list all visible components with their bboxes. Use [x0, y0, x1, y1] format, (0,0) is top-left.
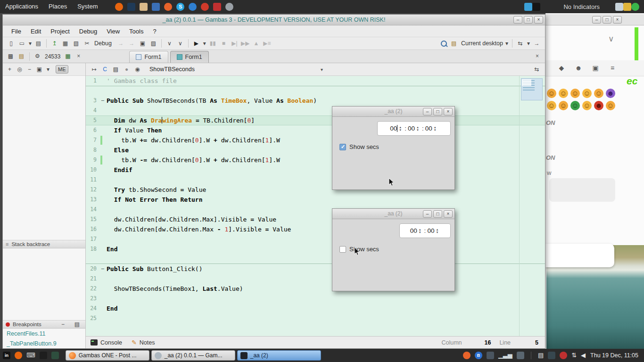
code-row[interactable]: 6 If Value Then [86, 125, 545, 135]
desktop-caret-icon[interactable]: ▾ [504, 39, 509, 49]
show-secs-checkbox[interactable] [339, 246, 346, 253]
line-number[interactable]: 10 [86, 165, 100, 175]
line-number[interactable]: 20 [86, 264, 100, 274]
line-number[interactable]: 14 [86, 205, 100, 214]
emoji-sick-icon[interactable]: ☺ [570, 101, 580, 110]
line-number[interactable]: 16 [86, 224, 100, 234]
ubuntu-tray-icon[interactable] [463, 352, 471, 359]
code-row[interactable]: 17 [86, 234, 545, 244]
line-number[interactable]: 24 [86, 304, 100, 313]
desktop-folder-icon[interactable]: ▤ [449, 39, 459, 49]
console-tab[interactable]: Console [100, 339, 122, 346]
breakpoint-panel-icon[interactable]: ▤ [72, 320, 82, 329]
time-field[interactable]: 00 [425, 125, 432, 132]
taskbar-task[interactable]: Gambas ONE - Post ... [66, 350, 149, 361]
menu-icon[interactable]: ≡ [608, 63, 617, 73]
bluetooth-icon[interactable]: B [475, 352, 482, 359]
show-secs-label[interactable]: Show secs [349, 143, 379, 150]
volume-icon[interactable]: ◀ [581, 352, 586, 359]
line-number[interactable]: 11 [86, 175, 100, 185]
taskbar-task[interactable]: _aa (2) [237, 350, 321, 361]
usb-icon[interactable]: ⇅ [571, 352, 577, 359]
network-up-icon[interactable] [631, 3, 639, 11]
close-icon[interactable]: × [613, 16, 622, 24]
line-number[interactable]: 4 [86, 106, 100, 115]
line-number[interactable]: 13 [86, 195, 100, 205]
record-tray-icon[interactable] [560, 352, 567, 359]
add-watch-icon[interactable]: + [5, 65, 14, 74]
code-row[interactable]: 12 Try tb.ShowSecond = Value [86, 185, 545, 195]
chevron-down-icon[interactable]: ∨ [608, 34, 614, 44]
code-row[interactable]: 24End [86, 304, 545, 313]
line-number[interactable]: 6 [86, 125, 100, 135]
menu-file[interactable]: File [7, 25, 26, 37]
record-macro-icon[interactable]: ● [122, 65, 132, 74]
line-number[interactable]: 22 [86, 284, 100, 294]
expand-all-icon[interactable]: ∨ [175, 39, 185, 49]
spinner-arrows-icon[interactable]: ▲▼ [416, 126, 419, 132]
line-number[interactable]: 15 [86, 214, 100, 224]
save-all-icon[interactable]: ▤ [33, 39, 43, 49]
commit-icon[interactable]: ↥ [50, 39, 59, 49]
search-launcher-icon[interactable] [225, 3, 233, 11]
line-number[interactable]: 12 [86, 185, 100, 195]
code-row[interactable]: 23 [86, 294, 545, 304]
terminal-panel-icon[interactable] [532, 3, 540, 11]
watch-eye-icon[interactable]: ◎ [15, 65, 24, 74]
time-field[interactable]: 00 [408, 125, 415, 132]
emoji-angry-icon[interactable]: ☻ [594, 101, 603, 110]
preview-icon[interactable]: ◉ [132, 65, 142, 74]
code-row[interactable]: 4 [86, 106, 545, 115]
process-gear-icon[interactable]: ⚙ [33, 51, 42, 61]
procedure-selector[interactable]: ShowTBSeconds ▾ [147, 65, 326, 74]
emoji-grin-icon[interactable]: ☺ [582, 89, 592, 98]
open-project-icon[interactable]: ▭ [17, 39, 27, 49]
code-row[interactable]: 13 If Not Error Then Return [86, 195, 545, 205]
close-icon[interactable]: × [444, 210, 453, 218]
step-out-icon[interactable]: ▲ [251, 39, 261, 49]
watch-tree[interactable] [3, 76, 85, 240]
code-row[interactable]: 5 Dim dw As DrawingArea = TB.Children[0] [86, 115, 545, 125]
line-number[interactable]: 9 [86, 155, 100, 165]
line-number[interactable]: 1 [86, 76, 100, 86]
emoji-neutral-icon[interactable]: ☺ [570, 89, 580, 98]
stack-backtrace-header[interactable]: ≡ Stack backtrace [3, 240, 85, 248]
time-field[interactable]: 00 [390, 125, 397, 132]
new-file-icon[interactable]: ▯ [6, 39, 16, 49]
line-number[interactable]: 25 [86, 313, 100, 323]
menu-help[interactable]: ? [148, 25, 161, 37]
ide-titlebar[interactable]: _aa (2) 0.0.1 — Gambas 3 - DEVELOPMENT V… [3, 15, 545, 25]
app-badge-launcher-icon[interactable] [152, 3, 160, 11]
paste-icon[interactable]: ▣ [138, 39, 148, 49]
spinner-arrows-icon[interactable]: ▲▼ [436, 228, 438, 234]
dialog-titlebar[interactable]: _aa (2) –□× [332, 209, 454, 219]
close-icon[interactable]: × [534, 16, 543, 24]
split-view-icon[interactable]: ⇆ [532, 65, 542, 74]
kill-process-icon[interactable]: × [74, 51, 83, 61]
places-menu[interactable]: Places [43, 0, 72, 13]
pause-icon[interactable]: ▮▮ [208, 39, 218, 49]
desktop-selector[interactable]: Current desktop [461, 40, 503, 47]
code-minimap[interactable] [521, 78, 543, 100]
undo-icon[interactable]: → [116, 39, 126, 49]
dialog-titlebar[interactable]: _aa (2) –□× [332, 107, 454, 117]
open-caret-icon[interactable]: ▾ [28, 39, 33, 49]
tab-form1-class[interactable]: Form1 [170, 51, 209, 63]
run-icon[interactable]: ▶ [191, 39, 201, 49]
package-update-icon[interactable] [623, 3, 631, 11]
monitor-task-icon[interactable] [51, 352, 59, 359]
shield-icon[interactable]: ◆ [557, 63, 566, 73]
quick-save-icon[interactable]: ▤ [111, 65, 121, 74]
account-icon[interactable]: ☻ [574, 63, 583, 73]
step-over-icon[interactable]: ▶▶ [240, 39, 250, 49]
clock[interactable]: Thu 19 Dec, 11:05 [590, 352, 641, 359]
search-icon[interactable] [439, 39, 448, 48]
code-row[interactable]: 3−Public Sub ShowTBSeconds(TB As TimeBox… [86, 96, 545, 106]
line-number[interactable]: 5 [86, 115, 100, 125]
emoji-laugh-icon[interactable]: ☺ [582, 101, 592, 110]
keyboard-icon[interactable]: ⌨ [26, 352, 35, 359]
fold-marker-icon[interactable]: − [101, 264, 104, 274]
form-editor-icon[interactable]: ▧ [71, 39, 81, 49]
code-row[interactable]: 9 tb.W -= dw.Children[0].W + dw.Children… [86, 155, 545, 165]
memory-grid-icon[interactable]: ▦ [63, 51, 73, 61]
